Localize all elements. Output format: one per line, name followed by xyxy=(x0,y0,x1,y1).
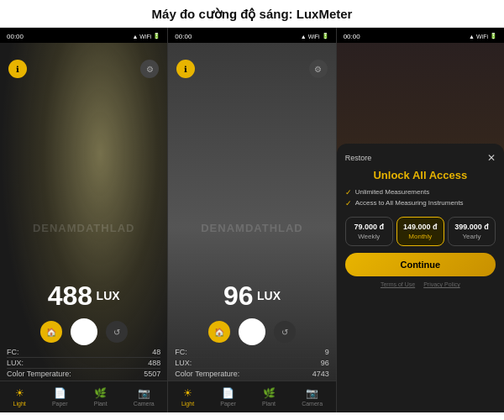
nav-camera-2[interactable]: 📷 Camera xyxy=(302,387,323,407)
info-icon-1[interactable]: ℹ xyxy=(8,60,27,78)
status-bar-2: 00:00 ▲ WiFi 🔋 xyxy=(168,28,335,43)
nav-light-label-2: Light xyxy=(181,401,194,407)
time-2: 00:00 xyxy=(175,33,192,40)
page-title: Máy đo cường độ sáng: LuxMeter xyxy=(152,7,353,21)
price-period-yearly: Yearly xyxy=(452,233,491,240)
stat-label-lux-1: LUX: xyxy=(7,359,24,367)
stat-value-lux-1: 488 xyxy=(148,359,160,367)
stat-fc-2: FC: 9 xyxy=(175,347,328,358)
continue-button[interactable]: Continue xyxy=(345,253,496,276)
lux-display-2: 96 LUX xyxy=(168,281,335,312)
lux-number-2: 96 xyxy=(223,281,254,311)
nav-plant-label-2: Plant xyxy=(262,401,276,407)
nav-paper-icon-1: 📄 xyxy=(54,387,66,399)
stats-table-2: FC: 9 LUX: 96 Color Temperature: 4743 xyxy=(168,347,335,379)
stat-label-temp-1: Color Temperature: xyxy=(7,370,71,378)
nav-paper-2[interactable]: 📄 Paper xyxy=(220,387,236,407)
features-list: ✓ Unlimited Measurements ✓ Access to All… xyxy=(345,188,496,210)
subscription-overlay: Restore ✕ Unlock All Access ✓ Unlimited … xyxy=(337,144,504,412)
terms-of-use-link[interactable]: Terms of Use xyxy=(381,281,415,287)
nav-paper-label-2: Paper xyxy=(220,401,236,407)
stat-value-fc-2: 9 xyxy=(325,348,329,356)
nav-camera-1[interactable]: 📷 Camera xyxy=(134,387,155,407)
stat-label-fc-1: FC: xyxy=(7,348,19,356)
check-icon-1: ✓ xyxy=(345,199,352,207)
stat-label-lux-2: LUX: xyxy=(175,359,192,367)
nav-light-label-1: Light xyxy=(13,401,26,407)
stat-value-temp-2: 4743 xyxy=(312,370,329,378)
status-icons-2: ▲ WiFi 🔋 xyxy=(301,33,329,39)
home-btn-2[interactable]: 🏠 xyxy=(208,321,230,343)
nav-light-2[interactable]: ☀ Light xyxy=(181,387,194,407)
price-amount-weekly: 79.000 đ xyxy=(349,223,389,231)
price-card-yearly[interactable]: 399.000 đ Yearly xyxy=(448,217,496,246)
icon-row-top-2: ℹ ⚙ xyxy=(168,60,335,78)
screenshots-row: 00:00 ▲ WiFi 🔋 DENAMDATHLAD ℹ ⚙ 488 LUX … xyxy=(0,28,504,412)
phone-panel-2: 00:00 ▲ WiFi 🔋 DENAMDATHLAD ℹ ⚙ 96 LUX 🏠… xyxy=(168,28,336,412)
nav-light-icon-2: ☀ xyxy=(183,387,192,399)
time-1: 00:00 xyxy=(7,33,24,40)
unlock-title: Unlock All Access xyxy=(345,169,496,181)
nav-light-1[interactable]: ☀ Light xyxy=(13,387,26,407)
lux-number-1: 488 xyxy=(48,281,92,311)
watermark-1: DENAMDATHLAD xyxy=(33,222,135,234)
price-amount-yearly: 399.000 đ xyxy=(452,223,491,231)
restore-button[interactable]: Restore xyxy=(345,154,372,162)
controls-row-2: 🏠 ↺ xyxy=(168,318,335,345)
phone-bg-2: DENAMDATHLAD ℹ ⚙ 96 LUX 🏠 ↺ FC: 9 xyxy=(168,43,335,412)
nav-plant-icon-1: 🌿 xyxy=(94,387,107,399)
stat-lux-2: LUX: 96 xyxy=(175,358,328,369)
home-btn-1[interactable]: 🏠 xyxy=(40,321,62,343)
feature-item-0: ✓ Unlimited Measurements xyxy=(345,188,496,197)
phone-bg-3: Restore ✕ Unlock All Access ✓ Unlimited … xyxy=(337,43,504,412)
check-icon-0: ✓ xyxy=(345,188,352,197)
phone-panel-1: 00:00 ▲ WiFi 🔋 DENAMDATHLAD ℹ ⚙ 488 LUX … xyxy=(0,28,168,412)
status-bar-1: 00:00 ▲ WiFi 🔋 xyxy=(0,28,167,43)
nav-plant-label-1: Plant xyxy=(94,401,108,407)
close-button[interactable]: ✕ xyxy=(487,152,496,164)
nav-paper-label-1: Paper xyxy=(52,401,68,407)
measure-btn-1[interactable] xyxy=(71,318,97,345)
stat-lux-1: LUX: 488 xyxy=(7,358,160,369)
feature-item-1: ✓ Access to All Measuring Instruments xyxy=(345,199,496,207)
price-card-monthly[interactable]: 149.000 đ Monthly xyxy=(396,217,444,246)
stats-table-1: FC: 48 LUX: 488 Color Temperature: 5507 xyxy=(0,347,167,379)
measure-btn-2[interactable] xyxy=(239,318,265,345)
bottom-nav-2: ☀ Light 📄 Paper 🌿 Plant 📷 Camera xyxy=(168,381,335,412)
stat-value-fc-1: 48 xyxy=(152,348,160,356)
overlay-header: Restore ✕ xyxy=(345,152,496,164)
nav-plant-2[interactable]: 🌿 Plant xyxy=(262,387,276,407)
icon-row-top-1: ℹ ⚙ xyxy=(0,60,167,78)
info-icon-2[interactable]: ℹ xyxy=(176,60,195,78)
privacy-policy-link[interactable]: Privacy Policy xyxy=(423,281,460,287)
nav-camera-label-2: Camera xyxy=(302,401,323,407)
refresh-btn-1[interactable]: ↺ xyxy=(106,321,128,343)
price-period-weekly: Weekly xyxy=(349,233,389,240)
settings-icon-1[interactable]: ⚙ xyxy=(140,60,159,78)
nav-camera-label-1: Camera xyxy=(134,401,155,407)
status-bar-3: 00:00 ▲ WiFi 🔋 xyxy=(337,28,504,43)
settings-icon-2[interactable]: ⚙ xyxy=(309,60,328,78)
bottom-nav-1: ☀ Light 📄 Paper 🌿 Plant 📷 Camera xyxy=(0,381,167,412)
price-card-weekly[interactable]: 79.000 đ Weekly xyxy=(345,217,393,246)
nav-plant-1[interactable]: 🌿 Plant xyxy=(94,387,108,407)
stat-temp-1: Color Temperature: 5507 xyxy=(7,369,160,379)
lux-unit-2: LUX xyxy=(257,289,281,302)
status-icons-3: ▲ WiFi 🔋 xyxy=(469,33,497,39)
stat-temp-2: Color Temperature: 4743 xyxy=(175,369,328,379)
lux-unit-1: LUX xyxy=(97,289,120,302)
refresh-btn-2[interactable]: ↺ xyxy=(274,321,296,343)
pricing-row: 79.000 đ Weekly 149.000 đ Monthly 399.00… xyxy=(345,217,496,246)
page-title-bar: Máy đo cường độ sáng: LuxMeter xyxy=(0,0,504,28)
feature-text-0: Unlimited Measurements xyxy=(355,188,429,196)
phone-panel-3: 00:00 ▲ WiFi 🔋 Restore ✕ Unlock All Acce… xyxy=(337,28,504,412)
nav-plant-icon-2: 🌿 xyxy=(263,387,276,399)
stat-value-lux-2: 96 xyxy=(321,359,329,367)
stat-value-temp-1: 5507 xyxy=(144,370,160,378)
nav-paper-1[interactable]: 📄 Paper xyxy=(52,387,68,407)
watermark-2: DENAMDATHLAD xyxy=(201,222,303,234)
controls-row-1: 🏠 ↺ xyxy=(0,318,167,345)
nav-light-icon-1: ☀ xyxy=(15,387,24,399)
time-3: 00:00 xyxy=(344,33,360,40)
stat-fc-1: FC: 48 xyxy=(7,347,160,358)
